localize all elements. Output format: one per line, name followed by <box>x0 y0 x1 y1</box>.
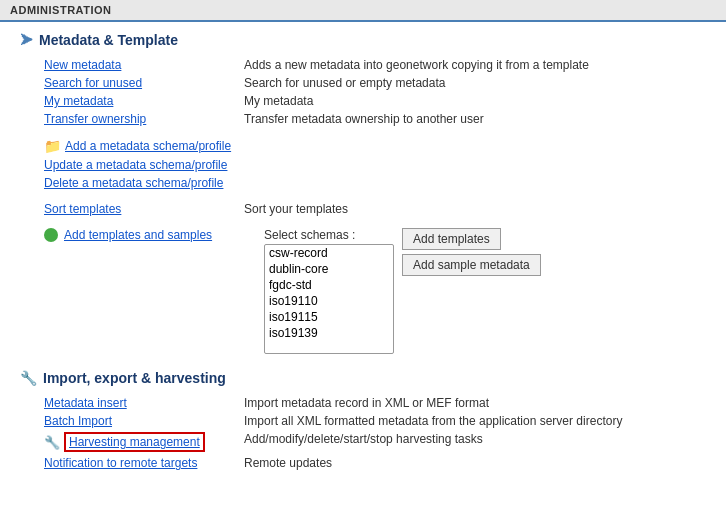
harvesting-icon: 🔧 <box>44 435 60 450</box>
add-templates-link[interactable]: Add templates and samples <box>64 228 264 242</box>
add-templates-right-inner: Select schemas : csw-record dublin-core … <box>264 228 706 354</box>
schema-select[interactable]: csw-record dublin-core fgdc-std iso19110… <box>264 244 394 354</box>
row-sort-templates: Sort templates Sort your templates <box>20 202 706 216</box>
search-unused-link[interactable]: Search for unused <box>44 76 244 90</box>
green-circle-icon <box>44 228 58 242</box>
batch-import-desc: Import all XML formatted metadata from t… <box>244 414 706 428</box>
row-update-schema: Update a metadata schema/profile <box>20 158 706 172</box>
row-notification: Notification to remote targets Remote up… <box>20 456 706 470</box>
select-schemas-label: Select schemas : <box>264 228 394 242</box>
metadata-template-section: ⮞ Metadata & Template New metadata Adds … <box>20 32 706 354</box>
notification-desc: Remote updates <box>244 456 706 470</box>
add-schema-link[interactable]: Add a metadata schema/profile <box>65 139 265 153</box>
section-title-import: Import, export & harvesting <box>43 370 226 386</box>
harvesting-management-link[interactable]: Harvesting management <box>69 435 200 449</box>
metadata-insert-link[interactable]: Metadata insert <box>44 396 244 410</box>
section-header-import: 🔧 Import, export & harvesting <box>20 370 706 388</box>
sort-templates-desc: Sort your templates <box>244 202 706 216</box>
schema-option-iso19115[interactable]: iso19115 <box>265 309 393 325</box>
admin-title: ADMINISTRATION <box>10 4 112 16</box>
search-unused-desc: Search for unused or empty metadata <box>244 76 706 90</box>
harvesting-management-desc: Add/modify/delete/start/stop harvesting … <box>244 432 706 446</box>
folder-icon: 📁 <box>44 138 61 154</box>
section-header-metadata: ⮞ Metadata & Template <box>20 32 706 50</box>
row-add-schema: 📁 Add a metadata schema/profile <box>20 138 706 154</box>
my-metadata-desc: My metadata <box>244 94 706 108</box>
batch-import-link[interactable]: Batch Import <box>44 414 244 428</box>
notification-link[interactable]: Notification to remote targets <box>44 456 244 470</box>
add-templates-left: Add templates and samples <box>44 228 264 242</box>
add-templates-button[interactable]: Add templates <box>402 228 501 250</box>
sort-templates-link[interactable]: Sort templates <box>44 202 244 216</box>
schema-option-iso19110[interactable]: iso19110 <box>265 293 393 309</box>
my-metadata-link[interactable]: My metadata <box>44 94 244 108</box>
new-metadata-link[interactable]: New metadata <box>44 58 244 72</box>
new-metadata-desc: Adds a new metadata into geonetwork copy… <box>244 58 706 72</box>
section-title-metadata: Metadata & Template <box>39 32 178 48</box>
row-search-unused: Search for unused Search for unused or e… <box>20 76 706 90</box>
row-harvesting-management: 🔧 Harvesting management Add/modify/delet… <box>20 432 706 452</box>
import-export-section: 🔧 Import, export & harvesting Metadata i… <box>20 370 706 470</box>
schema-option-dublin[interactable]: dublin-core <box>265 261 393 277</box>
wrench-section-icon: 🔧 <box>20 370 37 386</box>
row-add-templates: Add templates and samples Select schemas… <box>20 228 706 354</box>
transfer-ownership-link[interactable]: Transfer ownership <box>44 112 244 126</box>
admin-header: ADMINISTRATION <box>0 0 726 22</box>
add-sample-metadata-button[interactable]: Add sample metadata <box>402 254 541 276</box>
row-delete-schema: Delete a metadata schema/profile <box>20 176 706 190</box>
delete-schema-link[interactable]: Delete a metadata schema/profile <box>44 176 244 190</box>
arrow-icon: ⮞ <box>20 33 33 48</box>
row-batch-import: Batch Import Import all XML formatted me… <box>20 414 706 428</box>
schema-option-iso19139[interactable]: iso19139 <box>265 325 393 341</box>
schema-select-container: Select schemas : csw-record dublin-core … <box>264 228 394 354</box>
schema-option-fgdc[interactable]: fgdc-std <box>265 277 393 293</box>
add-templates-right: Select schemas : csw-record dublin-core … <box>264 228 706 354</box>
row-new-metadata: New metadata Adds a new metadata into ge… <box>20 58 706 72</box>
row-my-metadata: My metadata My metadata <box>20 94 706 108</box>
update-schema-link[interactable]: Update a metadata schema/profile <box>44 158 244 172</box>
metadata-insert-desc: Import metadata record in XML or MEF for… <box>244 396 706 410</box>
row-metadata-insert: Metadata insert Import metadata record i… <box>20 396 706 410</box>
schema-option-csw[interactable]: csw-record <box>265 245 393 261</box>
transfer-ownership-desc: Transfer metadata ownership to another u… <box>244 112 706 126</box>
row-transfer-ownership: Transfer ownership Transfer metadata own… <box>20 112 706 126</box>
add-templates-buttons: Add templates Add sample metadata <box>402 228 541 276</box>
